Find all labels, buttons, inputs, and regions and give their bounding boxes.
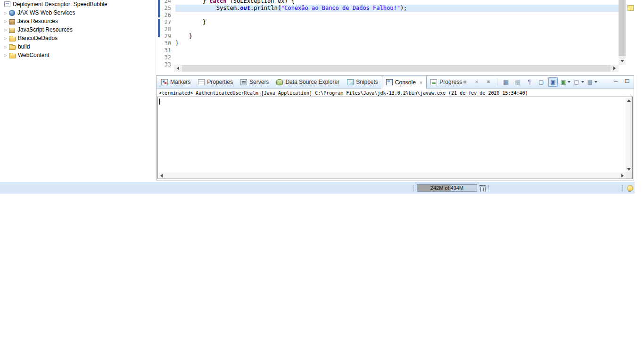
tree-item-build[interactable]: ▷build — [0, 42, 156, 51]
maximize-view-button[interactable]: ☐ — [624, 78, 631, 85]
properties-view-icon — [198, 79, 205, 85]
javascript-resources-icon — [9, 28, 15, 33]
statusbar-grip — [488, 185, 490, 191]
view-tabbar: ■×××▦▤¶▢▣▣▢▤ ─☐ MarkersPropertiesServers… — [157, 76, 634, 89]
tab-label: Markers — [170, 79, 190, 85]
tree-item-javascript-resources[interactable]: ▷JavaScript Resources — [0, 25, 156, 34]
scroll-down-icon[interactable] — [619, 57, 626, 65]
editor-horizontal-scrollbar[interactable] — [174, 65, 619, 72]
console-vertical-scrollbar[interactable] — [626, 97, 632, 172]
scroll-lock-button[interactable]: ▤ — [513, 77, 522, 87]
code-line[interactable]: 26 — [161, 12, 619, 19]
code-line[interactable]: 28 — [161, 26, 619, 33]
scroll-left-icon[interactable] — [158, 172, 165, 179]
run-garbage-collector-button[interactable] — [479, 185, 486, 192]
tab-snippets[interactable]: Snippets — [343, 76, 382, 88]
tab-servers[interactable]: Servers — [237, 76, 272, 88]
remove-all-terminated-icon: ×× — [487, 80, 490, 84]
tree-item-label: BancoDeDados — [18, 35, 58, 41]
word-wrap-button[interactable]: ¶ — [525, 77, 534, 87]
scroll-right-icon[interactable] — [611, 65, 619, 72]
text-cursor — [159, 98, 160, 105]
tree-item-java-resources[interactable]: ▷Java Resources — [0, 17, 156, 25]
scroll-down-icon[interactable] — [626, 166, 632, 172]
scrollbar-thumb[interactable] — [619, 0, 626, 56]
explorer-tree: Deployment Descriptor: SpeedBubble▷JAX-W… — [0, 0, 156, 59]
tree-item-label: JavaScript Resources — [17, 26, 73, 33]
scrollbar-thumb[interactable] — [182, 65, 611, 72]
tab-label: Snippets — [356, 79, 378, 85]
code-line[interactable]: 31 — [161, 47, 619, 54]
tree-item-bancodedados[interactable]: ▷BancoDeDados — [0, 34, 156, 42]
display-selected-console-button[interactable]: ▢ — [573, 77, 584, 87]
code-text — [175, 26, 619, 33]
line-number: 27 — [161, 19, 175, 26]
expand-chevron-icon[interactable]: ▷ — [2, 45, 9, 49]
clear-console-button[interactable]: ▦ — [501, 77, 511, 87]
scroll-left-icon[interactable] — [174, 65, 182, 72]
tab-label: Progress — [439, 79, 462, 85]
annotation-marker[interactable] — [627, 5, 634, 11]
bottom-view-stack: ■×××▦▤¶▢▣▣▢▤ ─☐ MarkersPropertiesServers… — [156, 75, 634, 180]
status-bar: 242M of 494M — [0, 182, 635, 194]
code-text — [175, 12, 619, 19]
line-number: 31 — [161, 47, 175, 54]
expand-chevron-icon[interactable]: ▷ — [2, 36, 9, 41]
tree-item-deployment-descriptor-speedbubble[interactable]: Deployment Descriptor: SpeedBubble — [0, 0, 156, 8]
close-tab-icon[interactable]: × — [420, 80, 422, 85]
console-toolbar: ■×××▦▤¶▢▣▣▢▤ — [460, 77, 598, 87]
code-line[interactable]: 24 } catch (SQLException ex) { — [161, 0, 619, 5]
tab-data-source-explorer[interactable]: Data Source Explorer — [272, 76, 343, 88]
overview-ruler[interactable] — [626, 0, 635, 74]
expand-chevron-icon[interactable]: ▷ — [2, 19, 9, 24]
minimize-view-button[interactable]: ─ — [612, 78, 619, 85]
tree-item-webcontent[interactable]: ▷WebContent — [0, 51, 156, 59]
remove-launch-button[interactable]: × — [472, 77, 481, 87]
scroll-up-icon[interactable] — [626, 97, 632, 104]
code-text: } catch (SQLException ex) { — [175, 0, 619, 5]
tree-item-label: Java Resources — [17, 18, 58, 24]
code-line[interactable]: 27 } — [161, 19, 619, 26]
code-text: } — [175, 40, 619, 47]
view-menu-icon: ▤ — [587, 79, 593, 85]
show-console-when-stdout-changes-button[interactable]: ▢ — [537, 77, 546, 87]
tree-item-jax-ws-web-services[interactable]: ▷JAX-WS Web Services — [0, 8, 156, 17]
code-line[interactable]: 25 System.out.println("Conexão ao Banco … — [161, 5, 619, 12]
line-number: 30 — [161, 40, 175, 47]
dropdown-arrow-icon — [568, 81, 570, 83]
tab-console[interactable]: Console× — [382, 76, 427, 89]
code-line[interactable]: 32 — [161, 54, 619, 61]
console-view-icon — [386, 79, 393, 85]
expand-chevron-icon[interactable]: ▷ — [2, 53, 9, 57]
pin-console-button[interactable]: ▣ — [548, 77, 558, 87]
tab-properties[interactable]: Properties — [194, 76, 237, 88]
tab-label: Data Source Explorer — [285, 79, 339, 85]
tree-item-label: build — [18, 43, 30, 50]
servers-view-icon — [240, 79, 247, 85]
open-console-button[interactable]: ▣ — [560, 77, 571, 87]
console-status-line: <terminated> AuthenticatedUserRealm [Jav… — [159, 90, 634, 96]
terminate-button[interactable]: ■ — [460, 77, 470, 87]
lightbulb-icon[interactable] — [627, 185, 633, 191]
scroll-right-icon[interactable] — [619, 172, 626, 179]
remove-all-terminated-button[interactable]: ×× — [484, 77, 493, 87]
view-menu-button[interactable]: ▤ — [587, 77, 598, 87]
expand-chevron-icon[interactable]: ▷ — [2, 28, 9, 32]
expand-chevron-icon[interactable]: ▷ — [2, 11, 9, 15]
word-wrap-icon: ¶ — [528, 79, 531, 85]
data-source-view-icon — [276, 79, 283, 85]
dropdown-arrow-icon — [581, 81, 584, 83]
console-output[interactable] — [157, 97, 633, 179]
code-line[interactable]: 29 } — [161, 33, 619, 40]
terminate-icon: ■ — [463, 79, 466, 85]
console-horizontal-scrollbar[interactable] — [158, 172, 626, 179]
tab-markers[interactable]: Markers — [157, 76, 194, 88]
editor-vertical-scrollbar[interactable] — [619, 0, 626, 65]
code-text: } — [175, 33, 619, 40]
java-editor[interactable]: 24 } catch (SQLException ex) {25 System.… — [156, 0, 635, 74]
code-line[interactable]: 30} — [161, 40, 619, 47]
statusbar-grip — [621, 185, 623, 191]
scrollbar-corner — [626, 172, 632, 179]
code-text — [175, 47, 619, 54]
code-text — [175, 54, 619, 61]
